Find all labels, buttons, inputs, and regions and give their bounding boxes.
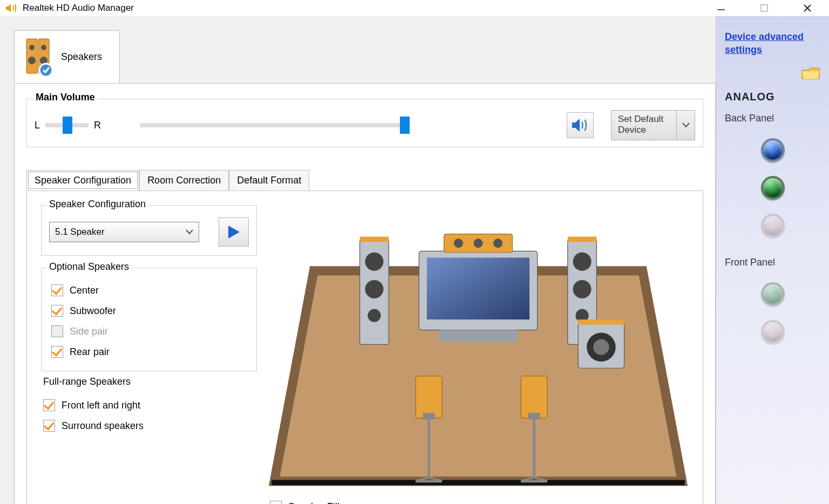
- main-volume-legend: Main Volume: [33, 92, 97, 103]
- volume-control: [140, 123, 560, 127]
- svg-point-7: [28, 57, 36, 64]
- balance-right-label: R: [94, 120, 101, 131]
- svg-rect-22: [360, 237, 389, 242]
- config-tabs: Speaker Configuration Room Correction De…: [26, 170, 703, 190]
- svg-rect-32: [578, 319, 624, 325]
- svg-point-8: [41, 45, 46, 50]
- speaker-volume-icon: [4, 2, 17, 15]
- svg-rect-13: [271, 480, 684, 485]
- jack-front-mic[interactable]: [761, 320, 785, 344]
- set-default-device-button[interactable]: Set Default Device: [611, 110, 695, 140]
- optional-speakers-group: Optional Speakers Center Subwoofer Side …: [41, 268, 257, 371]
- svg-point-23: [365, 253, 383, 271]
- back-panel-label: Back Panel: [725, 113, 820, 124]
- svg-point-34: [593, 339, 609, 355]
- balance-left-label: L: [35, 120, 40, 131]
- play-icon: [227, 224, 241, 240]
- chevron-down-icon: [676, 111, 695, 140]
- svg-point-20: [493, 239, 502, 248]
- minimize-button[interactable]: [710, 0, 732, 16]
- jack-mic-pink[interactable]: [761, 214, 785, 237]
- svg-rect-27: [568, 237, 597, 242]
- checkbox-rear-pair[interactable]: Rear pair: [49, 342, 249, 362]
- svg-rect-35: [416, 376, 442, 418]
- svg-rect-15: [427, 258, 529, 320]
- checkbox-center[interactable]: Center: [49, 280, 249, 301]
- window-title: Realtek HD Audio Manager: [23, 3, 134, 13]
- svg-point-25: [368, 309, 380, 322]
- device-advanced-settings-link[interactable]: Device advanced settings: [725, 30, 820, 56]
- checkbox-surround[interactable]: Surround speakers: [41, 416, 257, 436]
- maximize-button[interactable]: [753, 0, 775, 16]
- tab-speaker-configuration[interactable]: Speaker Configuration: [26, 170, 139, 190]
- analog-heading: ANALOG: [725, 91, 820, 103]
- speaker-layout-preview: [268, 205, 689, 494]
- svg-rect-1: [761, 5, 767, 11]
- sound-icon: [571, 117, 589, 133]
- svg-rect-16: [439, 330, 518, 342]
- svg-rect-36: [423, 413, 435, 419]
- device-tab-label: Speakers: [61, 51, 102, 63]
- side-panel: Device advanced settings ANALOG Back Pan…: [716, 16, 829, 504]
- checkbox-front-lr[interactable]: Front left and right: [41, 395, 257, 416]
- svg-point-19: [473, 239, 483, 248]
- balance-slider[interactable]: [45, 123, 89, 127]
- balance-control: L R: [35, 120, 101, 131]
- checkbox-subwoofer[interactable]: Subwoofer: [49, 301, 249, 321]
- front-panel-label: Front Panel: [725, 257, 820, 268]
- device-tab-speakers[interactable]: Speakers: [14, 30, 120, 83]
- tab-room-correction[interactable]: Room Correction: [139, 170, 229, 190]
- checkbox-speaker-fill[interactable]: Speaker Fill: [268, 496, 689, 504]
- svg-point-10: [39, 64, 52, 77]
- svg-point-18: [454, 239, 463, 248]
- svg-rect-41: [521, 376, 547, 418]
- svg-point-29: [573, 280, 592, 298]
- titlebar: Realtek HD Audio Manager: [0, 0, 829, 16]
- close-button[interactable]: [797, 0, 818, 16]
- folder-icon[interactable]: [801, 66, 820, 81]
- speaker-configuration-panel: Speaker Configuration 5.1 Speaker: [26, 190, 703, 504]
- tab-default-format[interactable]: Default Format: [229, 170, 309, 190]
- test-play-button[interactable]: [219, 217, 249, 247]
- chevron-down-icon: [186, 229, 193, 235]
- speaker-config-value: 5.1 Speaker: [55, 227, 105, 237]
- main-volume-group: Main Volume L R Set: [26, 99, 703, 147]
- jack-line-out-green[interactable]: [761, 176, 785, 200]
- device-tabs: Speakers: [14, 30, 716, 83]
- speakers-device-icon: [22, 37, 57, 78]
- checkbox-side-pair: Side pair: [49, 321, 249, 342]
- jack-front-headphone[interactable]: [761, 282, 785, 306]
- front-panel-jacks: [725, 282, 820, 344]
- svg-rect-4: [26, 39, 37, 73]
- svg-point-6: [29, 45, 35, 50]
- fullrange-speakers-group: Full-range Speakers Front left and right…: [41, 383, 257, 445]
- volume-slider[interactable]: [140, 123, 410, 127]
- svg-point-24: [365, 280, 383, 298]
- svg-rect-42: [528, 413, 540, 419]
- svg-point-28: [573, 253, 592, 271]
- speaker-configuration-group: Speaker Configuration 5.1 Speaker: [41, 205, 257, 256]
- speaker-config-select[interactable]: 5.1 Speaker: [49, 222, 199, 242]
- mute-button[interactable]: [567, 112, 594, 138]
- speaker-config-legend: Speaker Configuration: [47, 199, 148, 210]
- optional-speakers-legend: Optional Speakers: [47, 261, 131, 273]
- set-default-label: Set Default Device: [611, 111, 676, 140]
- fullrange-legend: Full-range Speakers: [41, 376, 133, 387]
- jack-line-in-blue[interactable]: [761, 138, 785, 162]
- back-panel-jacks: [725, 138, 820, 237]
